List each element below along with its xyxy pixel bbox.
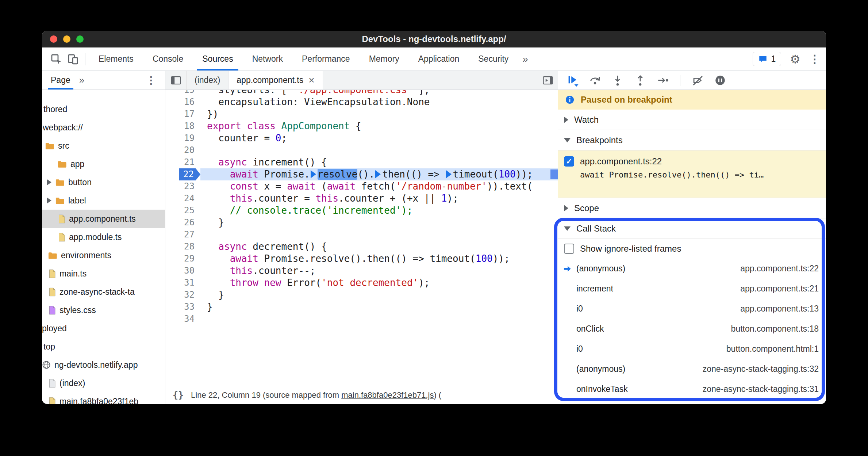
pane-kebab-menu-icon[interactable]: ⋮	[140, 74, 162, 86]
call-stack-frame-oninvoketask-zone-async-stack-tagging-ts-31[interactable]: onInvokeTaskzone-async-stack-tagging.ts:…	[558, 379, 826, 399]
async-step-marker-icon[interactable]	[446, 170, 452, 178]
inspect-element-icon[interactable]	[48, 51, 65, 68]
line-number-gutter[interactable]: 31	[165, 277, 200, 289]
tree-item-thored[interactable]: thored	[42, 100, 165, 118]
line-number-gutter[interactable]: 34	[165, 313, 200, 325]
tree-item-index[interactable]: (index)	[42, 374, 165, 392]
line-number-gutter[interactable]: 19	[165, 132, 200, 144]
code-line-text[interactable]: export class AppComponent {	[200, 120, 558, 132]
tab-sources[interactable]: Sources	[193, 47, 242, 70]
line-number-gutter[interactable]: 18	[165, 120, 200, 132]
line-number-gutter[interactable]: 30	[165, 265, 200, 277]
device-toolbar-icon[interactable]	[65, 51, 81, 68]
code-line-text[interactable]: }	[200, 301, 558, 313]
tab-application[interactable]: Application	[409, 47, 469, 70]
code-line-text[interactable]: }	[200, 217, 558, 229]
tree-item-top[interactable]: top	[42, 337, 165, 356]
toggle-navigator-icon[interactable]	[165, 71, 187, 89]
pretty-print-icon[interactable]: {}	[173, 390, 184, 400]
paused-line-tag[interactable]: 22	[179, 168, 200, 180]
tree-item-ng-devtools-netlify-app[interactable]: ng-devtools.netlify.app	[42, 356, 165, 374]
code-line-text[interactable]: async increment() {	[200, 156, 558, 168]
line-number-gutter[interactable]: 26	[165, 217, 200, 229]
editor-tab-index[interactable]: (index)	[187, 71, 228, 89]
tree-item-ployed[interactable]: ployed	[42, 319, 165, 337]
close-icon[interactable]: ×	[308, 75, 314, 85]
line-number-gutter[interactable]: 15	[165, 90, 200, 96]
tree-item-webpack[interactable]: webpack://	[42, 118, 165, 137]
tab-network[interactable]: Network	[243, 47, 292, 70]
async-step-marker-icon[interactable]	[375, 170, 381, 178]
tab-console[interactable]: Console	[143, 47, 193, 70]
section-call-stack[interactable]: Call Stack	[558, 218, 826, 239]
line-number-gutter[interactable]: 23	[165, 180, 200, 192]
line-number-gutter[interactable]: 28	[165, 241, 200, 253]
line-number-gutter[interactable]: 24	[165, 192, 200, 205]
tab-performance[interactable]: Performance	[292, 47, 360, 70]
zoom-button[interactable]	[76, 35, 84, 43]
source-map-link[interactable]: main.fa8bfa0e23f1eb71.js	[341, 390, 434, 400]
issues-button[interactable]: 1	[753, 52, 781, 66]
call-stack-frame-anonymous-zone-async-stack-tagging-ts-32[interactable]: (anonymous)zone-async-stack-tagging.ts:3…	[558, 359, 826, 379]
code-line-text[interactable]: this.counter = this.counter + (+x || 1);	[200, 192, 558, 205]
toggle-sidebar-icon[interactable]	[542, 76, 553, 85]
line-number-gutter[interactable]: 17	[165, 108, 200, 120]
code-line-text[interactable]	[200, 313, 558, 325]
settings-gear-icon[interactable]: ⚙	[790, 52, 800, 66]
tab-elements[interactable]: Elements	[89, 47, 143, 70]
tab-memory[interactable]: Memory	[360, 47, 409, 70]
breakpoint-checkbox[interactable]: ✓	[564, 156, 574, 167]
code-editor[interactable]: 15 styleUrls: [ './app.component.css' ],…	[165, 90, 558, 386]
more-tabs-icon[interactable]: »	[518, 53, 533, 65]
tab-page[interactable]: Page	[45, 71, 76, 89]
code-line-text[interactable]: }	[200, 289, 558, 301]
step-button[interactable]	[654, 72, 672, 88]
line-number-gutter[interactable]: 16	[165, 96, 200, 108]
line-number-gutter[interactable]: 22	[165, 168, 200, 180]
tree-item-app[interactable]: app	[42, 155, 165, 173]
line-number-gutter[interactable]: 32	[165, 289, 200, 301]
line-number-gutter[interactable]: 20	[165, 144, 200, 156]
tree-item-button[interactable]: button	[42, 173, 165, 191]
disclosure-icon[interactable]	[47, 179, 51, 185]
tree-item-main-ts[interactable]: main.ts	[42, 264, 165, 283]
line-number-gutter[interactable]: 21	[165, 156, 200, 168]
async-step-marker-icon[interactable]	[311, 170, 316, 178]
code-line-text[interactable]: const x = await (await fetch('/random-nu…	[200, 180, 558, 192]
tree-item-app-component-ts[interactable]: app.component.ts	[42, 210, 165, 228]
tree-item-app-module-ts[interactable]: app.module.ts	[42, 228, 165, 246]
call-stack-frame-i0-button-component-html-1[interactable]: i0button.component.html:1	[558, 339, 826, 359]
breakpoint-entry[interactable]: ✓ app.component.ts:22 await Promise.reso…	[558, 150, 826, 198]
show-ignore-listed-checkbox[interactable]	[564, 244, 574, 254]
code-line-text[interactable]: await Promise.resolve().then(() => timeo…	[200, 253, 558, 265]
line-number-gutter[interactable]: 29	[165, 253, 200, 265]
line-number-gutter[interactable]: 27	[165, 229, 200, 241]
code-line-text[interactable]: // console.trace('incremented');	[200, 205, 558, 217]
step-out-button[interactable]	[631, 72, 649, 88]
tab-security[interactable]: Security	[469, 47, 518, 70]
call-stack-frame-i0-app-component-ts-13[interactable]: i0app.component.ts:13	[558, 299, 826, 319]
step-over-button[interactable]	[586, 72, 604, 88]
close-button[interactable]	[50, 35, 57, 43]
tree-item-src[interactable]: src	[42, 137, 165, 155]
code-line-text[interactable]: })	[200, 108, 558, 120]
breakpoint-location[interactable]: app.component.ts:22	[580, 156, 662, 167]
tree-item-styles-css[interactable]: styles.css	[42, 301, 165, 319]
code-line-text[interactable]	[200, 144, 558, 156]
call-stack-frame-increment-app-component-ts-21[interactable]: incrementapp.component.ts:21	[558, 279, 826, 299]
pause-on-exceptions-button[interactable]	[711, 72, 729, 88]
section-watch[interactable]: Watch	[558, 110, 826, 130]
disclosure-icon[interactable]	[47, 198, 51, 203]
line-number-gutter[interactable]: 25	[165, 205, 200, 217]
tree-item-main-fa8bfa0e23f1eb[interactable]: main.fa8bfa0e23f1eb	[42, 392, 165, 404]
code-line-text[interactable]: styleUrls: [ './app.component.css' ],	[200, 90, 558, 96]
code-line-text[interactable]: counter = 0;	[200, 132, 558, 144]
step-into-button[interactable]	[608, 72, 627, 88]
code-line-text[interactable]	[200, 229, 558, 241]
tree-item-environments[interactable]: environments	[42, 246, 165, 264]
pane-more-tabs-icon[interactable]: »	[76, 75, 87, 86]
call-stack-frame-onclick-button-component-ts-18[interactable]: onClickbutton.component.ts:18	[558, 319, 826, 339]
section-breakpoints[interactable]: Breakpoints	[558, 130, 826, 150]
code-line-text[interactable]: throw new Error('not decremented');	[200, 277, 558, 289]
minimize-button[interactable]	[63, 35, 70, 43]
